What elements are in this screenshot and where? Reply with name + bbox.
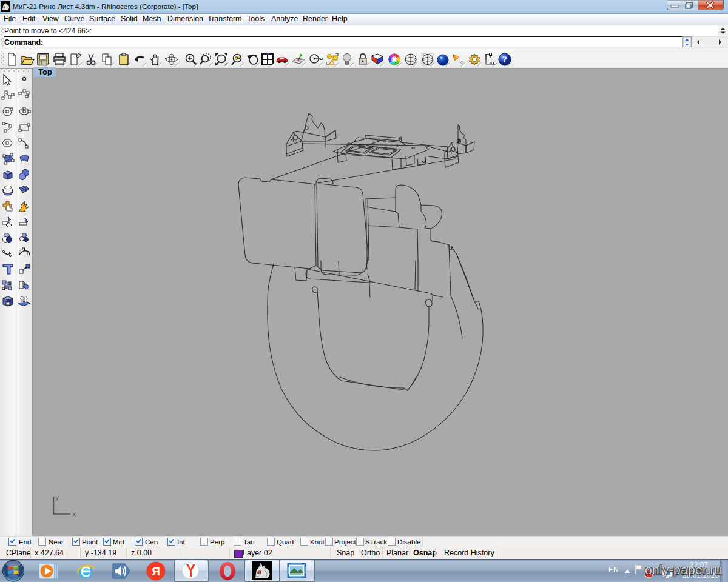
svg-text:y: y	[55, 494, 59, 501]
svg-text:x: x	[72, 511, 76, 518]
svg-text:Я: Я	[152, 565, 160, 578]
